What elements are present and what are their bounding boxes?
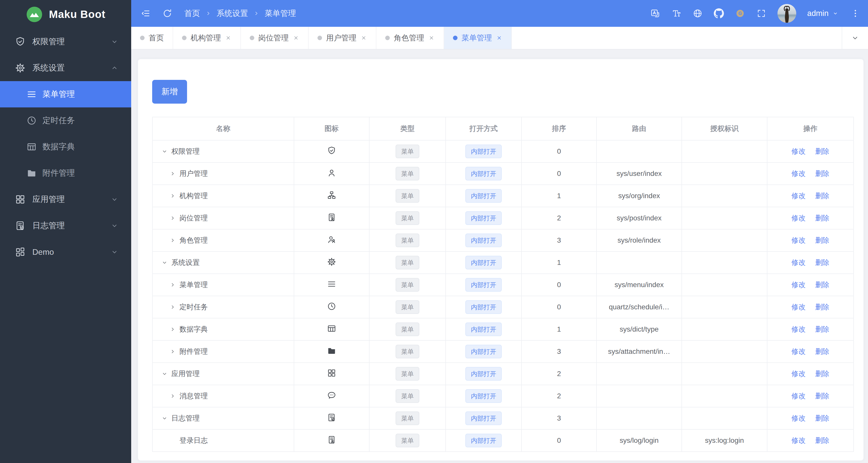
delete-link[interactable]: 删除 (815, 325, 829, 333)
tab-user[interactable]: 用户管理 (309, 27, 376, 49)
close-icon[interactable] (496, 35, 502, 41)
delete-link[interactable]: 删除 (815, 436, 829, 444)
chevron-right-icon[interactable] (169, 193, 176, 199)
delete-link[interactable]: 删除 (815, 392, 829, 400)
close-icon[interactable] (428, 35, 435, 41)
chevron-right-icon[interactable] (169, 393, 176, 399)
chevron-down-icon[interactable] (161, 415, 168, 422)
menu-name: 用户管理 (180, 169, 208, 179)
tab-role[interactable]: 角色管理 (376, 27, 444, 49)
gitee-button[interactable]: G (735, 8, 745, 19)
delete-link[interactable]: 删除 (815, 258, 829, 266)
tab-menu[interactable]: 菜单管理 (444, 27, 512, 49)
chevron-down-icon[interactable] (161, 371, 168, 377)
font-size-button[interactable] (671, 8, 681, 19)
column-header: 路由 (596, 117, 682, 140)
delete-link[interactable]: 删除 (815, 370, 829, 377)
globe-button[interactable] (692, 8, 703, 19)
translate-button[interactable] (650, 8, 660, 19)
edit-link[interactable]: 修改 (792, 436, 806, 444)
table-row: 日志管理菜单内部打开3修改删除 (152, 407, 854, 429)
open-mode-tag: 内部打开 (465, 411, 502, 425)
menu-name: 角色管理 (180, 236, 208, 245)
user-menu[interactable]: admin (807, 9, 839, 18)
delete-link[interactable]: 删除 (815, 303, 829, 311)
avatar[interactable] (777, 4, 796, 23)
column-header: 打开方式 (446, 117, 522, 140)
edit-link[interactable]: 修改 (792, 303, 806, 311)
breadcrumb-item[interactable]: 首页 (184, 8, 200, 19)
mountain-logo-icon (26, 6, 43, 23)
menu-name: 菜单管理 (180, 280, 208, 290)
tab-home[interactable]: 首页 (131, 27, 173, 49)
chevron-right-icon[interactable] (169, 215, 176, 221)
actions-cell: 修改删除 (767, 385, 854, 407)
route-cell (596, 140, 682, 162)
delete-link[interactable]: 删除 (815, 192, 829, 199)
grid-icon (327, 368, 336, 378)
table-row: 角色管理菜单内部打开3sys/role/index修改删除 (152, 229, 854, 251)
sidebar-item-menu[interactable]: 菜单管理 (0, 81, 131, 107)
table-row: 附件管理菜单内部打开3sys/attachment/in…修改删除 (152, 340, 854, 363)
chevron-down-icon[interactable] (161, 259, 168, 266)
edit-link[interactable]: 修改 (792, 347, 806, 355)
sidebar-item-label: 权限管理 (32, 36, 111, 47)
sidebar-item-permission[interactable]: 权限管理 (0, 29, 131, 55)
edit-link[interactable]: 修改 (792, 147, 806, 155)
delete-link[interactable]: 删除 (815, 281, 829, 288)
add-button[interactable]: 新增 (152, 80, 187, 104)
more-menu-button[interactable] (850, 8, 860, 19)
delete-link[interactable]: 删除 (815, 147, 829, 155)
edit-link[interactable]: 修改 (792, 192, 806, 199)
menu-fold-button[interactable] (140, 8, 151, 19)
delete-link[interactable]: 删除 (815, 169, 829, 177)
chevron-down-icon[interactable] (161, 148, 168, 155)
edit-link[interactable]: 修改 (792, 414, 806, 422)
refresh-button[interactable] (162, 8, 173, 19)
sidebar-item-demo[interactable]: Demo (0, 239, 131, 265)
edit-link[interactable]: 修改 (792, 236, 806, 244)
close-icon[interactable] (225, 35, 231, 41)
breadcrumb-item[interactable]: 系统设置 (217, 8, 248, 19)
edit-link[interactable]: 修改 (792, 169, 806, 177)
sidebar-item-attachment[interactable]: 附件管理 (0, 160, 131, 186)
tab-post[interactable]: 岗位管理 (241, 27, 309, 49)
sidebar-item-dict[interactable]: 数据字典 (0, 134, 131, 160)
sidebar-item-log[interactable]: 日志管理 (0, 213, 131, 239)
sort-cell: 0 (522, 429, 596, 452)
edit-link[interactable]: 修改 (792, 392, 806, 400)
delete-link[interactable]: 删除 (815, 347, 829, 355)
tab-org[interactable]: 机构管理 (173, 27, 241, 49)
open-mode-tag: 内部打开 (465, 367, 502, 381)
sidebar-item-system[interactable]: 系统设置 (0, 55, 131, 81)
chevron-right-icon[interactable] (169, 348, 176, 355)
sidebar-item-schedule[interactable]: 定时任务 (0, 107, 131, 134)
sidebar-item-label: 系统设置 (32, 62, 111, 73)
sort-cell: 0 (522, 296, 596, 318)
sidebar-item-app[interactable]: 应用管理 (0, 186, 131, 213)
edit-link[interactable]: 修改 (792, 325, 806, 333)
permission-cell (682, 140, 767, 162)
edit-link[interactable]: 修改 (792, 214, 806, 222)
github-button[interactable] (714, 8, 724, 19)
close-icon[interactable] (361, 35, 367, 41)
edit-link[interactable]: 修改 (792, 258, 806, 266)
chevron-right-icon[interactable] (169, 282, 176, 288)
globe-icon (692, 8, 703, 19)
edit-link[interactable]: 修改 (792, 281, 806, 288)
close-icon[interactable] (293, 35, 299, 41)
chevron-right-icon[interactable] (169, 237, 176, 244)
chevron-right-icon[interactable] (169, 326, 176, 333)
delete-link[interactable]: 删除 (815, 236, 829, 244)
tab-list-dropdown-button[interactable] (842, 27, 868, 49)
chevron-right-icon[interactable] (169, 171, 176, 177)
chevron-down-icon (111, 38, 119, 46)
actions-cell: 修改删除 (767, 429, 854, 452)
permission-cell (682, 207, 767, 229)
delete-link[interactable]: 删除 (815, 414, 829, 422)
edit-link[interactable]: 修改 (792, 370, 806, 377)
fullscreen-button[interactable] (756, 8, 766, 19)
chevron-right-icon[interactable] (169, 304, 176, 310)
open-mode-tag: 内部打开 (465, 189, 502, 203)
delete-link[interactable]: 删除 (815, 214, 829, 222)
